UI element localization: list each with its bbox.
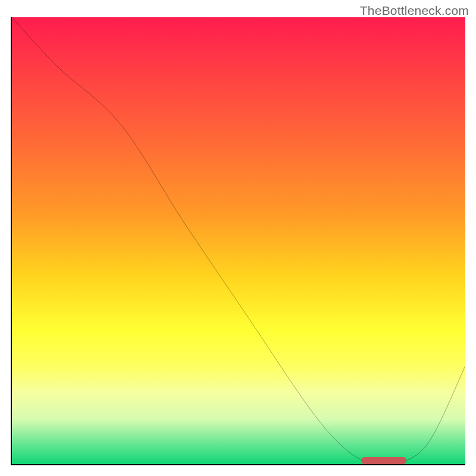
plot-area xyxy=(11,17,465,465)
curve-path xyxy=(12,17,465,464)
chart-stage: TheBottleneck.com xyxy=(0,0,476,476)
optimal-marker xyxy=(361,457,406,464)
watermark-text: TheBottleneck.com xyxy=(360,4,469,18)
curve-svg xyxy=(12,17,465,464)
